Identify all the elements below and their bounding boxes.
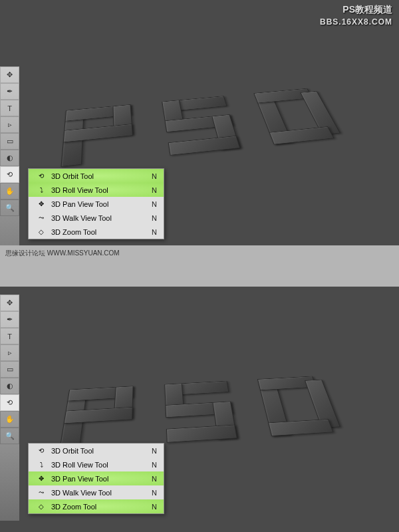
menu-shortcut: N [138,489,157,497]
menu-3d-zoom-tool[interactable]: ◇ 3D Zoom Tool N [29,499,164,513]
menu-shortcut: N [138,461,157,469]
menu-3d-walk-view-tool[interactable]: ⤳ 3D Walk View Tool N [29,485,164,499]
menu-shortcut: N [138,475,157,483]
pan-icon: ✥ [35,200,47,207]
menu-shortcut: N [138,200,157,208]
zoom-tool[interactable]: 🔍 [0,200,19,216]
menu-shortcut: N [138,228,157,236]
menu-shortcut: N [138,172,157,180]
type-tool[interactable]: T [0,328,19,344]
zoom-icon: ◇ [35,228,47,235]
menu-3d-pan-view-tool[interactable]: ✥ 3D Pan View Tool N [29,197,164,211]
menu-shortcut: N [138,186,157,194]
watermark: PS教程频道 BBS.16XX8.COM [320,4,392,27]
3d-camera-flyout-menu: ⟲ 3D Orbit Tool N ⤵ 3D Roll View Tool N … [28,168,164,239]
3d-object-tool[interactable]: ◐ [0,378,19,394]
menu-label: 3D Pan View Tool [51,200,108,208]
menu-label: 3D Pan View Tool [51,475,108,483]
menu-shortcut: N [138,503,157,511]
shape-tool[interactable]: ▭ [0,133,19,150]
menu-label: 3D Walk View Tool [51,214,112,222]
separator-bar: 思缘设计论坛 WWW.MISSYUAN.COM [0,245,399,287]
move-tool[interactable]: ✥ [0,295,19,311]
menu-3d-orbit-tool[interactable]: ⟲ 3D Orbit Tool N [29,169,164,183]
menu-label: 3D Roll View Tool [51,461,108,469]
menu-label: 3D Zoom Tool [51,228,96,236]
walk-icon: ⤳ [35,489,47,496]
pen-tool[interactable]: ✒ [0,311,19,328]
path-select-tool[interactable]: ▹ [0,116,19,133]
watermark-line1: PS教程频道 [320,4,392,16]
menu-3d-walk-view-tool[interactable]: ⤳ 3D Walk View Tool N [29,211,164,225]
menu-3d-roll-view-tool[interactable]: ⤵ 3D Roll View Tool N [29,458,164,471]
hand-tool[interactable]: ✋ [0,411,19,428]
menu-3d-roll-view-tool[interactable]: ⤵ 3D Roll View Tool N [29,183,164,197]
watermark-line2: BBS.16XX8.COM [320,17,392,27]
move-tool[interactable]: ✥ [0,66,19,83]
orbit-icon: ⟲ [35,447,47,454]
orbit-icon: ⟲ [35,172,47,180]
menu-label: 3D Orbit Tool [51,447,94,455]
separator-text: 思缘设计论坛 WWW.MISSYUAN.COM [5,249,120,258]
hand-tool[interactable]: ✋ [0,183,19,200]
menu-label: 3D Walk View Tool [51,489,112,497]
roll-icon: ⤵ [35,461,47,468]
tool-palette: ✥ ✒ T ▹ ▭ ◐ ⟲ ✋ 🔍 [0,66,19,245]
zoom-icon: ◇ [35,503,47,510]
menu-shortcut: N [138,214,157,222]
3d-camera-tool[interactable]: ⟲ [0,394,19,411]
type-tool[interactable]: T [0,100,19,116]
roll-icon: ⤵ [35,186,47,194]
walk-icon: ⤳ [35,214,47,221]
3d-camera-tool[interactable]: ⟲ [0,166,19,183]
tool-palette: ✥ ✒ T ▹ ▭ ◐ ⟲ ✋ 🔍 [0,295,19,521]
3d-object-tool[interactable]: ◐ [0,150,19,166]
menu-3d-pan-view-tool[interactable]: ✥ 3D Pan View Tool N [29,471,164,485]
menu-label: 3D Roll View Tool [51,186,108,194]
pen-tool[interactable]: ✒ [0,83,19,100]
menu-label: 3D Zoom Tool [51,503,96,511]
zoom-tool[interactable]: 🔍 [0,428,19,444]
pan-icon: ✥ [35,475,47,482]
menu-3d-zoom-tool[interactable]: ◇ 3D Zoom Tool N [29,225,164,239]
menu-label: 3D Orbit Tool [51,172,94,180]
shape-tool[interactable]: ▭ [0,361,19,378]
3d-camera-flyout-menu: ⟲ 3D Orbit Tool N ⤵ 3D Roll View Tool N … [28,443,164,514]
path-select-tool[interactable]: ▹ [0,344,19,361]
menu-shortcut: N [138,447,157,455]
menu-3d-orbit-tool[interactable]: ⟲ 3D Orbit Tool N [29,444,164,458]
